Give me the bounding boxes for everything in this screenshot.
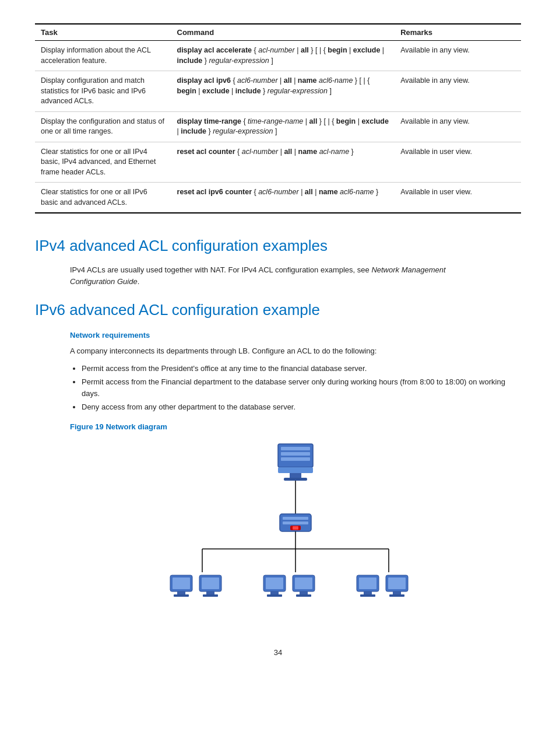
table-cell-command: display acl ipv6 { acl6-number | all | n… (171, 71, 395, 112)
table-cell-task: Clear statistics for one or all IPv6 bas… (35, 183, 171, 214)
ipv6-section-heading: IPv6 advanced ACL configuration example (35, 301, 521, 319)
svg-rect-5 (290, 473, 301, 478)
table-cell-task: Clear statistics for one or all IPv4 bas… (35, 142, 171, 183)
table-row: Display information about the ACL accele… (35, 41, 521, 71)
table-cell-command: display acl accelerate { acl-number | al… (171, 41, 395, 71)
table-cell-task: Display information about the ACL accele… (35, 41, 171, 71)
svg-rect-28 (270, 592, 279, 594)
svg-rect-32 (300, 592, 308, 594)
list-item: Permit access from the President's offic… (82, 363, 521, 374)
svg-rect-23 (202, 578, 219, 589)
svg-rect-25 (203, 594, 218, 597)
list-item: Permit access from the Financial departm… (82, 376, 521, 399)
list-item: Deny access from any other department to… (82, 401, 521, 413)
table-row: Display configuration and match statisti… (35, 71, 521, 112)
svg-rect-36 (364, 592, 372, 594)
svg-rect-37 (360, 594, 375, 597)
table-cell-remarks: Available in user view. (395, 142, 521, 183)
figure-caption: Figure 19 Network diagram (70, 422, 521, 431)
svg-rect-3 (281, 452, 310, 456)
table-header-remarks: Remarks (395, 24, 521, 41)
table-cell-command: display time-range { time-range-name | a… (171, 111, 395, 142)
network-diagram-svg (115, 438, 476, 625)
svg-rect-20 (177, 592, 185, 594)
table-row: Display the configuration and status of … (35, 111, 521, 142)
svg-rect-21 (174, 594, 189, 597)
table-cell-task: Display the configuration and status of … (35, 111, 171, 142)
ipv4-section-para: IPv4 ACLs are usually used together with… (70, 264, 486, 287)
table-header-command: Command (171, 24, 395, 41)
table-cell-command: reset acl counter { acl-number | all | n… (171, 142, 395, 183)
network-requirements-list: Permit access from the President's offic… (82, 363, 521, 413)
svg-rect-27 (266, 578, 283, 589)
svg-rect-29 (267, 594, 282, 597)
svg-rect-9 (283, 517, 308, 520)
table-row: Clear statistics for one or all IPv4 bas… (35, 142, 521, 183)
network-diagram (70, 438, 521, 625)
table-cell-remarks: Available in user view. (395, 183, 521, 214)
svg-rect-6 (284, 478, 307, 481)
network-requirements-para: A company interconnects its departments … (70, 345, 521, 357)
svg-rect-4 (281, 457, 310, 461)
svg-rect-39 (388, 578, 406, 589)
svg-rect-12 (293, 526, 298, 530)
svg-rect-1 (278, 467, 313, 473)
svg-rect-19 (173, 578, 190, 589)
table-cell-remarks: Available in any view. (395, 71, 521, 112)
page-number: 34 (35, 648, 521, 657)
svg-rect-31 (295, 578, 312, 589)
network-requirements-section: Network requirements A company interconn… (70, 331, 521, 625)
svg-rect-35 (359, 578, 376, 589)
table-cell-task: Display configuration and match statisti… (35, 71, 171, 112)
svg-rect-10 (283, 522, 308, 524)
svg-rect-41 (389, 594, 404, 597)
network-requirements-heading: Network requirements (70, 331, 521, 340)
table-cell-command: reset acl ipv6 counter { acl6-number | a… (171, 183, 395, 214)
table-cell-remarks: Available in any view. (395, 111, 521, 142)
table-row: Clear statistics for one or all IPv6 bas… (35, 183, 521, 214)
svg-rect-2 (281, 447, 310, 450)
table-cell-remarks: Available in any view. (395, 41, 521, 71)
table-header-task: Task (35, 24, 171, 41)
svg-rect-33 (296, 594, 311, 597)
svg-rect-40 (393, 592, 401, 594)
svg-rect-24 (206, 592, 214, 594)
commands-table: Task Command Remarks Display information… (35, 23, 521, 214)
ipv4-section-heading: IPv4 advanced ACL configuration examples (35, 237, 521, 255)
